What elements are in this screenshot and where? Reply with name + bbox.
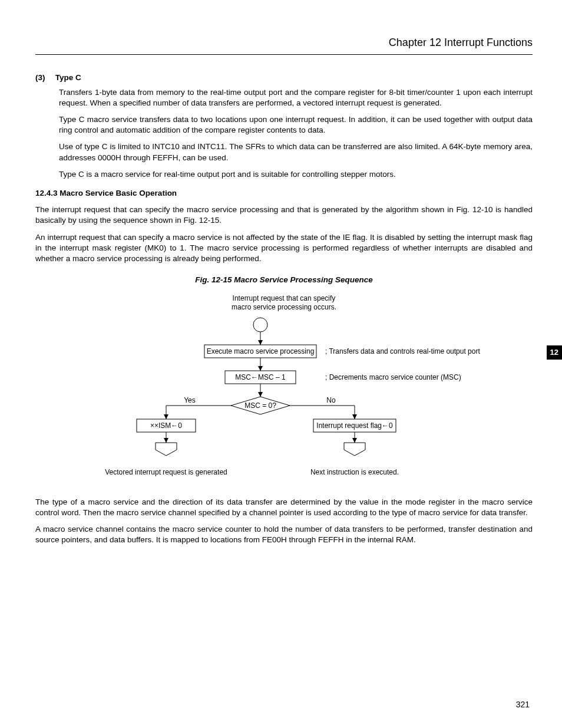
svg-text:MSC←MSC – 1: MSC←MSC – 1 xyxy=(235,373,286,381)
paragraph: An interrupt request that can specify a … xyxy=(35,232,533,265)
section-body: Transfers 1-byte data from memory to the… xyxy=(59,87,533,180)
svg-text:MSC = 0?: MSC = 0? xyxy=(244,401,276,410)
svg-marker-30 xyxy=(352,438,357,443)
paragraph: A macro service channel contains the mac… xyxy=(35,524,533,545)
svg-marker-22 xyxy=(352,414,357,419)
svg-marker-12 xyxy=(258,392,263,397)
paragraph: The type of a macro service and the dire… xyxy=(35,497,533,518)
svg-marker-18 xyxy=(164,414,168,419)
chapter-header: Chapter 12 Interrupt Functions xyxy=(35,35,533,50)
svg-text:Vectored interrupt request is : Vectored interrupt request is generated xyxy=(105,468,227,476)
paragraph: Type C macro service transfers data to t… xyxy=(59,114,533,136)
flowchart-svg: Execute macro service processing ; Trans… xyxy=(78,314,490,485)
svg-text:No: No xyxy=(326,396,336,404)
svg-marker-7 xyxy=(258,366,263,371)
side-tab: 12 xyxy=(547,345,562,360)
svg-text:Execute macro service processi: Execute macro service processing xyxy=(207,347,315,355)
flow-start-text: Interrupt request that can specify xyxy=(233,294,336,302)
svg-point-0 xyxy=(253,318,267,332)
svg-text:Next instruction is executed.: Next instruction is executed. xyxy=(310,468,399,476)
svg-marker-28 xyxy=(164,438,168,443)
paragraph: Transfers 1-byte data from memory to the… xyxy=(59,87,533,108)
svg-text:; Transfers data and controls : ; Transfers data and controls real-time … xyxy=(325,347,480,355)
figure-caption: Fig. 12-15 Macro Service Processing Sequ… xyxy=(35,275,533,285)
header-rule xyxy=(35,54,533,55)
subsection-heading: 12.4.3 Macro Service Basic Operation xyxy=(35,188,533,199)
paragraph: The interrupt request that can specify t… xyxy=(35,205,533,226)
svg-text:; Decrements macro service cou: ; Decrements macro service counter (MSC) xyxy=(325,373,461,381)
section-title: Type C xyxy=(55,73,81,82)
svg-text:Yes: Yes xyxy=(184,396,196,404)
svg-text:××ISM←0: ××ISM←0 xyxy=(150,421,182,430)
svg-text:Interrupt request flag←0: Interrupt request flag←0 xyxy=(316,421,393,430)
page-number: 321 xyxy=(516,699,530,710)
paragraph: Use of type C is limited to INTC10 and I… xyxy=(59,141,533,163)
svg-marker-2 xyxy=(258,340,263,345)
flow-start-text: macro service processing occurs. xyxy=(232,303,336,311)
flowchart: Interrupt request that can specify macro… xyxy=(78,294,490,485)
paragraph: Type C is a macro service for real-time … xyxy=(59,169,533,180)
section-number: (3) xyxy=(35,73,53,83)
